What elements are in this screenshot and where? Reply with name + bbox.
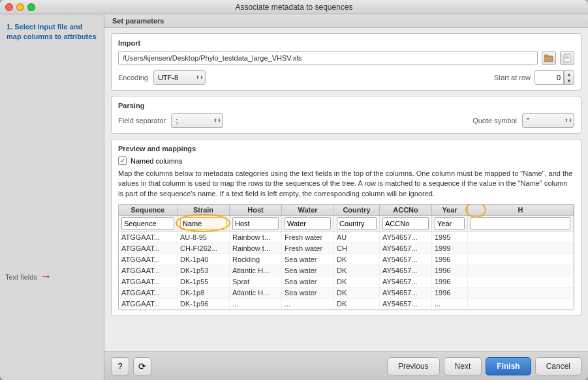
finish-button[interactable]: Finish	[486, 357, 531, 375]
col-header-strain: Strain	[178, 205, 230, 215]
cell-h-7	[468, 299, 574, 309]
tf-water-input[interactable]	[285, 217, 331, 230]
svg-rect-2	[564, 54, 570, 62]
cell-strain-3: DK-1p40	[178, 254, 230, 265]
cell-host-3: Rockling	[230, 254, 282, 265]
tf-accno-input[interactable]	[382, 217, 429, 230]
tf-host	[230, 216, 282, 231]
start-at-row-input-group: ▲ ▼	[534, 70, 574, 85]
cell-water-3: Sea water	[282, 254, 334, 265]
table-row: ATGGAAT... DK-1p96 ... ... DK AY54657...…	[119, 299, 574, 310]
file-options-button[interactable]	[560, 51, 574, 65]
tf-water	[282, 216, 334, 231]
cell-h-4	[468, 265, 574, 276]
cell-year-3: 1996	[432, 254, 468, 265]
named-columns-row: ✓ Named columns	[118, 156, 574, 165]
start-at-row-label: Start at row	[494, 74, 531, 81]
file-path-row	[118, 51, 574, 65]
col-header-country: Country	[334, 205, 380, 215]
cell-seq-5: ATGGAAT...	[119, 276, 178, 287]
previous-button[interactable]: Previous	[387, 357, 440, 375]
cancel-button[interactable]: Cancel	[535, 357, 581, 375]
cell-year-6: 1996	[432, 287, 468, 298]
preview-section: Preview and mappings ✓ Named columns Map…	[111, 139, 581, 316]
file-path-input[interactable]	[118, 51, 538, 65]
encoding-label: Encoding	[118, 74, 148, 81]
named-columns-label: Named columns	[131, 157, 182, 165]
tf-h-input[interactable]	[471, 217, 570, 230]
next-button[interactable]: Next	[444, 357, 482, 375]
maximize-button[interactable]	[27, 3, 35, 11]
cell-water-5: Sea water	[282, 276, 334, 287]
cell-year-4: 1996	[432, 265, 468, 276]
col-header-year: Year	[432, 205, 468, 215]
tf-sequence-input[interactable]	[121, 217, 174, 230]
cell-seq-2: ATGGAAT...	[119, 243, 178, 254]
tf-host-input[interactable]	[232, 217, 279, 230]
field-separator-select[interactable]: ;	[171, 113, 223, 128]
tf-country-input[interactable]	[337, 217, 377, 230]
main-content: Set parameters Import	[104, 14, 588, 380]
right-arrow-icon: →	[40, 270, 52, 284]
named-columns-checkbox[interactable]: ✓	[118, 156, 127, 165]
table-container: Sequence Strain Host Water Country ACCNo…	[118, 204, 574, 310]
preview-description: Map the columns below to metadata catego…	[118, 169, 574, 199]
cell-seq-1: ATGGAAT...	[119, 232, 178, 242]
cell-year-2: 1999	[432, 243, 468, 254]
text-fields-text: Text fields	[5, 273, 37, 281]
cell-seq-3: ATGGAAT...	[119, 254, 178, 265]
cell-accno-3: AY54657...	[380, 254, 432, 265]
bottom-left-buttons: ? ⟳	[111, 357, 151, 375]
cell-h-3	[468, 254, 574, 265]
browse-folder-button[interactable]	[542, 51, 556, 65]
cell-seq-4: ATGGAAT...	[119, 265, 178, 276]
quote-symbol-select[interactable]: "	[522, 113, 574, 128]
cell-accno-6: AY54657...	[380, 287, 432, 298]
cell-host-1: Rainbow t...	[230, 232, 282, 242]
tf-year	[432, 216, 468, 231]
tf-name-input[interactable]	[180, 217, 226, 230]
cell-country-3: DK	[334, 254, 380, 265]
cell-country-5: DK	[334, 276, 380, 287]
question-mark-icon: ?	[117, 361, 122, 371]
col-header-sequence: Sequence	[119, 205, 178, 215]
quote-symbol-label: Quote symbol	[472, 117, 517, 124]
cell-strain-1: AU-8-95	[178, 232, 230, 242]
cell-country-4: DK	[334, 265, 380, 276]
encoding-select[interactable]: UTF-8	[153, 70, 206, 85]
spinner-button[interactable]: ▲ ▼	[564, 70, 574, 85]
tf-year-input[interactable]	[435, 217, 465, 230]
cell-water-4: Sea water	[282, 265, 334, 276]
cell-water-2: Fresh water	[282, 243, 334, 254]
content-area: Import	[104, 28, 588, 351]
encoding-start-row: Encoding UTF-8 Start at row	[118, 70, 574, 85]
text-fields-annotation: Text fields →	[5, 270, 52, 284]
close-button[interactable]	[5, 3, 13, 11]
cell-h-5	[468, 276, 574, 287]
start-at-row-input[interactable]	[534, 70, 564, 85]
parsing-row: Field separator ; Quote symbol	[118, 113, 574, 128]
cell-host-2: Rainbow t...	[230, 243, 282, 254]
preview-title: Preview and mappings	[118, 145, 574, 153]
field-separator-label: Field separator	[118, 117, 166, 124]
minimize-button[interactable]	[16, 3, 24, 11]
cell-h-6	[468, 287, 574, 298]
col-header-water: Water	[282, 205, 334, 215]
cell-strain-7: DK-1p96	[178, 299, 230, 309]
cell-host-5: Sprat	[230, 276, 282, 287]
parsing-left: Field separator ;	[118, 113, 223, 128]
tf-accno	[380, 216, 432, 231]
cell-accno-2: AY54657...	[380, 243, 432, 254]
cell-accno-7: AY54657...	[380, 299, 432, 309]
cell-year-7: ...	[432, 299, 468, 309]
parsing-title: Parsing	[118, 102, 574, 110]
parsing-section: Parsing Field separator ; Quote symbol	[111, 96, 581, 134]
bottom-bar: ? ⟳ Previous Next Finish Cancel	[104, 351, 588, 380]
cell-water-1: Fresh water	[282, 232, 334, 242]
settings-button[interactable]: ⟳	[133, 357, 151, 375]
encoding-select-wrapper: UTF-8	[153, 70, 206, 85]
table-row: ATGGAAT... DK-1p55 Sprat Sea water DK AY…	[119, 276, 574, 287]
help-button[interactable]: ?	[111, 357, 129, 375]
tf-country	[334, 216, 380, 231]
cell-host-4: Atlantic H...	[230, 265, 282, 276]
